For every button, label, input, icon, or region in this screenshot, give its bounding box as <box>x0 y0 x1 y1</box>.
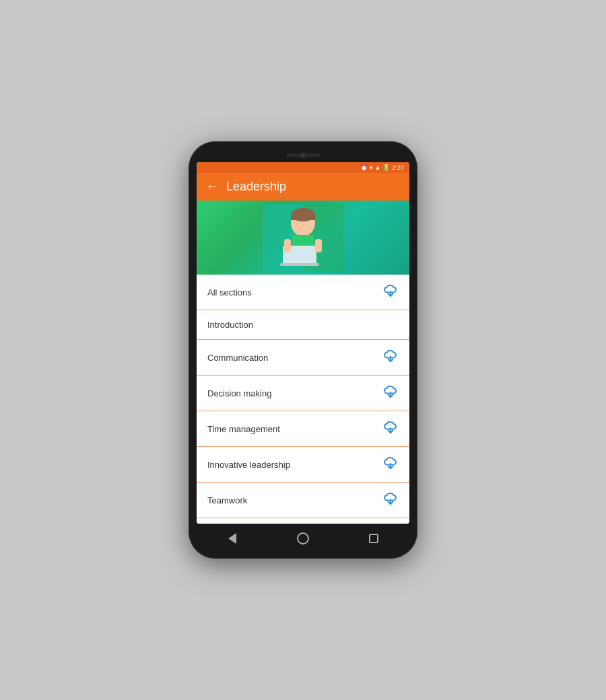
menu-item-introduction[interactable]: Introduction <box>197 310 409 340</box>
status-bar: ⏰ ▾ ▲ 🔋 2:27 <box>197 162 409 173</box>
menu-item-communication[interactable]: Communication <box>197 340 409 376</box>
svg-rect-9 <box>284 239 291 252</box>
phone-nav-bar <box>197 524 409 551</box>
home-nav-icon <box>297 532 309 545</box>
alarm-icon: ⏰ <box>360 164 368 171</box>
back-nav-button[interactable] <box>224 530 240 547</box>
svg-rect-8 <box>280 263 319 266</box>
menu-item-label: Innovative leadership <box>207 460 290 470</box>
recents-nav-button[interactable] <box>366 530 382 547</box>
app-header: ← Leadership <box>197 173 409 201</box>
download-icon[interactable] <box>382 284 399 300</box>
menu-item-label: Decision making <box>207 388 271 398</box>
download-icon[interactable] <box>382 492 399 508</box>
phone-top <box>197 149 409 162</box>
hero-overlay <box>197 201 409 275</box>
menu-item-label: All sections <box>207 287 252 298</box>
status-icons: ⏰ ▾ ▲ 🔋 2:27 <box>360 164 404 171</box>
menu-item-innovative-leadership[interactable]: Innovative leadership <box>197 447 409 483</box>
menu-item-label: Teamwork <box>207 495 247 505</box>
back-button[interactable]: ← <box>206 180 218 194</box>
home-nav-button[interactable] <box>295 530 311 547</box>
wifi-icon: ▾ <box>370 164 373 171</box>
signal-icon: ▲ <box>375 164 381 171</box>
hero-image <box>197 201 409 275</box>
svg-rect-4 <box>291 215 315 220</box>
download-icon[interactable] <box>382 456 399 473</box>
phone-frame: ⏰ ▾ ▲ 🔋 2:27 ← Leadership <box>189 141 417 559</box>
back-nav-icon <box>228 533 236 544</box>
menu-item-label: Introduction <box>207 320 253 330</box>
menu-item-all-sections[interactable]: All sections <box>197 275 409 310</box>
menu-item-label: Time management <box>207 424 280 434</box>
download-icon[interactable] <box>382 349 399 365</box>
menu-item-time-management[interactable]: Time management <box>197 411 409 447</box>
menu-list: All sections Introduction Communication <box>197 275 409 524</box>
svg-rect-10 <box>315 239 322 252</box>
menu-item-teamwork[interactable]: Teamwork <box>197 483 409 518</box>
menu-item-decision-making[interactable]: Decision making <box>197 376 409 411</box>
phone-screen: ⏰ ▾ ▲ 🔋 2:27 ← Leadership <box>197 162 409 524</box>
hero-illustration <box>263 204 343 271</box>
camera <box>300 153 306 158</box>
page-title: Leadership <box>226 180 286 194</box>
menu-item-label: Communication <box>207 353 268 363</box>
menu-item-leadership-real-world[interactable]: Leadership on the real world <box>197 518 409 524</box>
download-icon[interactable] <box>382 421 399 437</box>
recents-nav-icon <box>369 534 378 543</box>
download-icon[interactable] <box>382 385 399 401</box>
time-display: 2:27 <box>392 164 404 171</box>
battery-icon: 🔋 <box>382 164 390 171</box>
